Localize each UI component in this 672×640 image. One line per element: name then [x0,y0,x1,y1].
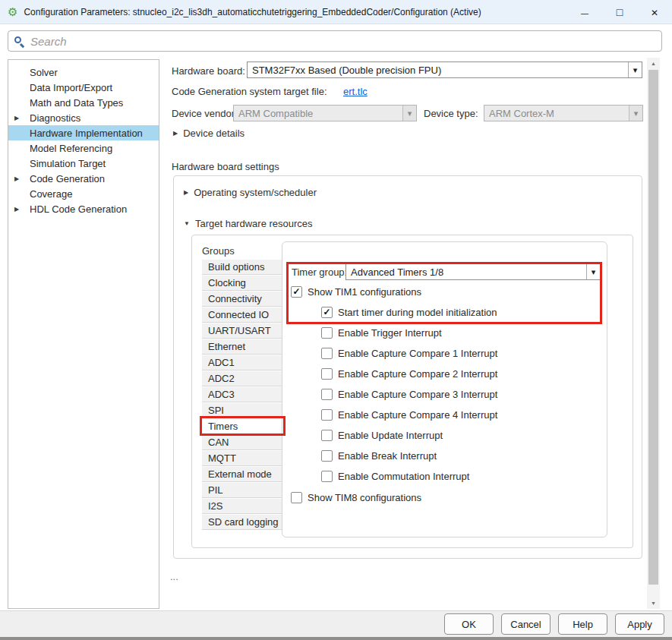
desktop-edge-strip [0,637,672,640]
group-item-connected-io[interactable]: Connected IO [202,307,284,323]
timer-group-dropdown[interactable]: Advanced Timers 1/8 [345,263,601,280]
group-item-adc2[interactable]: ADC2 [202,371,284,387]
ok-button[interactable]: OK [444,613,494,635]
close-button[interactable] [637,0,672,24]
device-vendor-dropdown: ARM Compatible [233,105,417,121]
dropdown-arrow-icon [629,106,642,121]
apply-button[interactable]: Apply [615,613,664,635]
dropdown-arrow-icon[interactable] [586,264,600,279]
os-scheduler-label: Operating system/scheduler [194,187,317,198]
footer-bar: OK Cancel Help Apply [0,610,672,637]
group-item-connectivity[interactable]: Connectivity [202,292,284,307]
enable-break-interrupt-row: Enable Break Interrupt [321,450,437,462]
group-item-uart-usart[interactable]: UART/USART [202,323,284,339]
dropdown-arrow-icon [402,106,416,121]
group-item-adc3[interactable]: ADC3 [202,387,284,403]
sidebar-item-data-import-export[interactable]: Data Import/Export [8,80,159,95]
sidebar-item-coverage[interactable]: Coverage [8,186,159,201]
configuration-parameters-dialog: ⚙ Configuration Parameters: stnucleo_i2c… [0,0,672,640]
maximize-button[interactable] [602,0,637,24]
device-type-value: ARM Cortex-M [484,108,629,119]
group-item-can[interactable]: CAN [202,435,284,451]
hardware-board-dropdown[interactable]: STM32F7xx Based (Double precision FPU) [247,61,642,78]
start-timer-label: Start timer during model initialization [338,307,497,318]
enable-trigger-interrupt-checkbox[interactable] [321,327,333,339]
start-timer-checkbox[interactable] [321,307,333,318]
cancel-button[interactable]: Cancel [501,613,551,635]
device-details-expander[interactable]: Device details [173,128,245,139]
show-tim8-checkbox-row: Show TIM8 configurations [291,492,421,503]
enable-break-interrupt-checkbox[interactable] [321,450,333,462]
minimize-icon [581,7,588,18]
enable-capture-compare-4-checkbox[interactable] [321,409,333,421]
expand-right-icon [173,130,178,137]
enable-capture-compare-1-row: Enable Capture Compare 1 Interrupt [321,348,497,359]
simulink-config-gear-icon: ⚙ [8,6,17,17]
sidebar-item-model-referencing[interactable]: Model Referencing [8,140,159,156]
enable-capture-compare-4-row: Enable Capture Compare 4 Interrupt [321,409,497,421]
sidebar-item-hardware-implementation[interactable]: Hardware Implementation [8,125,159,140]
expand-right-icon[interactable] [14,206,22,213]
sidebar-item-math-and-data-types[interactable]: Math and Data Types [8,95,159,110]
help-button[interactable]: Help [558,613,607,635]
scrollbar-thumb[interactable] [648,70,658,585]
group-item-adc1[interactable]: ADC1 [202,355,284,371]
start-timer-checkbox-row: Start timer during model initialization [321,307,497,318]
timer-group-value: Advanced Timers 1/8 [346,266,586,278]
device-vendor-label: Device vendor: [172,108,238,119]
group-item-i2s[interactable]: I2S [202,499,284,515]
device-type-dropdown: ARM Cortex-M [484,105,643,121]
dropdown-arrow-icon[interactable] [628,62,642,77]
title-bar: ⚙ Configuration Parameters: stnucleo_i2c… [0,0,672,24]
hardware-board-label: Hardware board: [172,65,245,77]
enable-update-interrupt-row: Enable Update Interrupt [321,430,443,441]
group-item-ethernet[interactable]: Ethernet [202,339,284,355]
show-tim1-checkbox-row: Show TIM1 configurations [291,286,421,298]
enable-capture-compare-1-checkbox[interactable] [321,348,333,359]
window-controls [567,0,672,24]
scroll-up-icon[interactable]: ▲ [647,58,660,69]
enable-capture-compare-3-row: Enable Capture Compare 3 Interrupt [321,389,497,400]
expand-right-icon[interactable] [14,115,22,121]
search-input[interactable] [30,35,661,48]
enable-capture-compare-3-checkbox[interactable] [321,389,333,400]
sidebar-item-code-generation[interactable]: Code Generation [8,171,159,186]
enable-commutation-interrupt-checkbox[interactable] [321,471,333,482]
vertical-scrollbar[interactable]: ▲ ▼ [647,58,660,609]
search-box[interactable] [8,30,662,52]
enable-commutation-interrupt-row: Enable Commutation Interrupt [321,471,469,482]
group-item-spi[interactable]: SPI [202,403,284,419]
target-hw-resources-expander[interactable]: Target hardware resources [184,218,313,229]
enable-capture-compare-2-checkbox[interactable] [321,368,333,380]
scroll-down-icon[interactable]: ▼ [647,597,660,609]
group-item-external-mode[interactable]: External mode [202,467,284,483]
sidebar-item-simulation-target[interactable]: Simulation Target [8,156,159,171]
sidebar-item-diagnostics[interactable]: Diagnostics [8,110,159,125]
timer-group-label: Timer group: [292,266,347,278]
show-tim8-checkbox[interactable] [291,492,302,503]
group-item-sd-card-logging[interactable]: SD card logging [202,515,284,531]
device-details-label: Device details [183,128,245,139]
show-tim1-label: Show TIM1 configurations [308,286,421,298]
sidebar-item-hdl-code-generation[interactable]: HDL Code Generation [8,201,159,216]
window-title: Configuration Parameters: stnucleo_i2c_l… [24,7,481,17]
sidebar-tree: Solver Data Import/Export Math and Data … [8,59,159,609]
show-tim8-label: Show TIM8 configurations [308,492,421,503]
group-item-build-options[interactable]: Build options [202,260,284,276]
target-file-label: Code Generation system target file: [172,86,327,97]
show-tim1-checkbox[interactable] [291,286,302,298]
target-file-link[interactable]: ert.tlc [343,86,368,97]
os-scheduler-expander[interactable]: Operating system/scheduler [184,187,317,198]
group-item-pil[interactable]: PIL [202,483,284,499]
enable-capture-compare-2-row: Enable Capture Compare 2 Interrupt [321,368,497,380]
group-item-mqtt[interactable]: MQTT [202,451,284,467]
enable-trigger-interrupt-row: Enable Trigger Interrupt [321,327,442,339]
group-item-timers[interactable]: Timers [202,419,284,435]
maximize-icon [617,6,623,18]
expand-down-icon [184,220,190,227]
sidebar-item-solver[interactable]: Solver [8,65,159,80]
minimize-button[interactable] [567,0,602,24]
enable-update-interrupt-checkbox[interactable] [321,430,333,441]
group-item-clocking[interactable]: Clocking [202,276,284,292]
expand-right-icon[interactable] [14,175,22,182]
